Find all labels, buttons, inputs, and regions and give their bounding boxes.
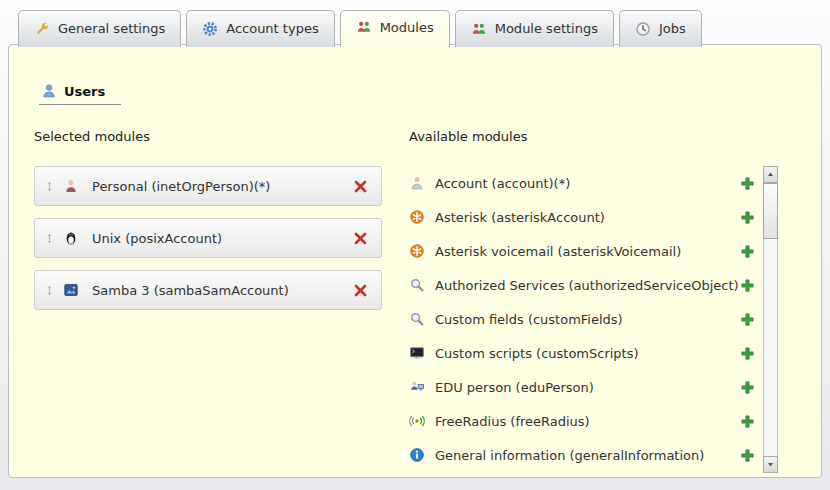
module-label: Unix (posixAccount) <box>92 231 222 246</box>
group-icon <box>471 21 487 37</box>
group-icon <box>356 19 372 35</box>
available-modules-title: Available modules <box>409 129 755 144</box>
scroll-down-button[interactable] <box>763 456 778 473</box>
lam-configuration-page: General settings Account types Modules M… <box>0 0 830 490</box>
add-module-button[interactable] <box>740 380 755 395</box>
plus-icon <box>740 278 755 293</box>
selected-modules-title: Selected modules <box>34 129 382 144</box>
tab-label: General settings <box>58 21 165 36</box>
radio-icon <box>409 413 425 429</box>
account-icon <box>409 175 425 191</box>
user-icon <box>41 83 57 99</box>
asterisk-icon <box>409 243 425 259</box>
magnifier-icon <box>409 311 425 327</box>
remove-module-button[interactable] <box>353 179 368 194</box>
module-label: EDU person (eduPerson) <box>435 380 594 395</box>
delete-icon <box>353 283 368 298</box>
selected-modules-column: Selected modules Personal (inetOrgPerson… <box>34 129 382 322</box>
module-label: Samba 3 (sambaSamAccount) <box>92 283 289 298</box>
person-icon <box>63 178 79 194</box>
drag-handle-icon[interactable] <box>44 179 55 194</box>
plus-icon <box>740 244 755 259</box>
plus-icon <box>740 210 755 225</box>
tab[interactable]: Jobs <box>619 10 702 47</box>
samba-icon <box>63 282 79 298</box>
tab[interactable]: General settings <box>18 10 181 47</box>
available-module-row: FreeRadius (freeRadius) <box>409 404 755 438</box>
users-section-header: Users <box>39 83 121 105</box>
plus-icon <box>740 414 755 429</box>
available-module-row: Authorized Services (authorizedServiceOb… <box>409 268 755 302</box>
add-module-button[interactable] <box>740 176 755 191</box>
tab-label: Module settings <box>495 21 598 36</box>
plus-icon <box>740 380 755 395</box>
add-module-button[interactable] <box>740 346 755 361</box>
module-label: FreeRadius (freeRadius) <box>435 414 590 429</box>
module-label: Custom fields (customFields) <box>435 312 623 327</box>
delete-icon <box>353 231 368 246</box>
add-module-button[interactable] <box>740 414 755 429</box>
remove-module-button[interactable] <box>353 231 368 246</box>
tab-label: Jobs <box>659 21 686 36</box>
arrow-down-icon <box>766 460 775 469</box>
tab-bar: General settings Account types Modules M… <box>18 10 702 47</box>
module-label: Authorized Services (authorizedServiceOb… <box>435 278 739 293</box>
section-title: Users <box>64 84 105 99</box>
add-module-button[interactable] <box>740 448 755 463</box>
available-module-row: Custom scripts (customScripts) <box>409 336 755 370</box>
magnifier-icon <box>409 277 425 293</box>
scroll-up-button[interactable] <box>763 166 778 183</box>
add-module-button[interactable] <box>740 312 755 327</box>
plus-icon <box>740 448 755 463</box>
tab-label: Account types <box>226 21 318 36</box>
module-label: Custom scripts (customScripts) <box>435 346 639 361</box>
edu-person-icon <box>409 379 425 395</box>
asterisk-icon <box>409 209 425 225</box>
drag-handle-icon[interactable] <box>44 283 55 298</box>
tab-label: Modules <box>380 20 434 35</box>
selected-modules-list: Personal (inetOrgPerson)(*) Unix (posixA… <box>34 166 382 310</box>
tab[interactable]: Modules <box>340 10 450 47</box>
module-label: Personal (inetOrgPerson)(*) <box>92 179 270 194</box>
selected-module-row[interactable]: Personal (inetOrgPerson)(*) <box>34 166 382 206</box>
module-label: Asterisk voicemail (asteriskVoicemail) <box>435 244 681 259</box>
delete-icon <box>353 179 368 194</box>
add-module-button[interactable] <box>740 210 755 225</box>
content-panel: Users Selected modules Personal (inetOrg… <box>8 44 822 478</box>
plus-icon <box>740 312 755 327</box>
module-label: Account (account)(*) <box>435 176 570 191</box>
available-module-row: EDU person (eduPerson) <box>409 370 755 404</box>
available-module-row: Asterisk voicemail (asteriskVoicemail) <box>409 234 755 268</box>
add-module-button[interactable] <box>740 244 755 259</box>
info-icon <box>409 447 425 463</box>
scroll-thumb[interactable] <box>763 183 778 239</box>
available-modules-list: Account (account)(*) Asterisk (asteriskA… <box>409 166 755 472</box>
tab[interactable]: Module settings <box>455 10 614 47</box>
terminal-icon <box>409 345 425 361</box>
available-module-row: Account (account)(*) <box>409 166 755 200</box>
available-module-row: General information (generalInformation) <box>409 438 755 472</box>
penguin-icon <box>63 230 79 246</box>
tab[interactable]: Account types <box>186 10 334 47</box>
selected-module-row[interactable]: Unix (posixAccount) <box>34 218 382 258</box>
available-module-row: Custom fields (customFields) <box>409 302 755 336</box>
available-modules-scrollbar[interactable] <box>763 166 778 473</box>
clock-icon <box>635 21 651 37</box>
arrow-up-icon <box>766 170 775 179</box>
plus-icon <box>740 176 755 191</box>
wrench-icon <box>34 21 50 37</box>
available-modules-column: Available modules Account (account)(*) A… <box>409 129 755 472</box>
available-module-row: Asterisk (asteriskAccount) <box>409 200 755 234</box>
plus-icon <box>740 346 755 361</box>
module-label: General information (generalInformation) <box>435 448 704 463</box>
drag-handle-icon[interactable] <box>44 231 55 246</box>
add-module-button[interactable] <box>740 278 755 293</box>
module-label: Asterisk (asteriskAccount) <box>435 210 605 225</box>
selected-module-row[interactable]: Samba 3 (sambaSamAccount) <box>34 270 382 310</box>
remove-module-button[interactable] <box>353 283 368 298</box>
gear-icon <box>202 21 218 37</box>
